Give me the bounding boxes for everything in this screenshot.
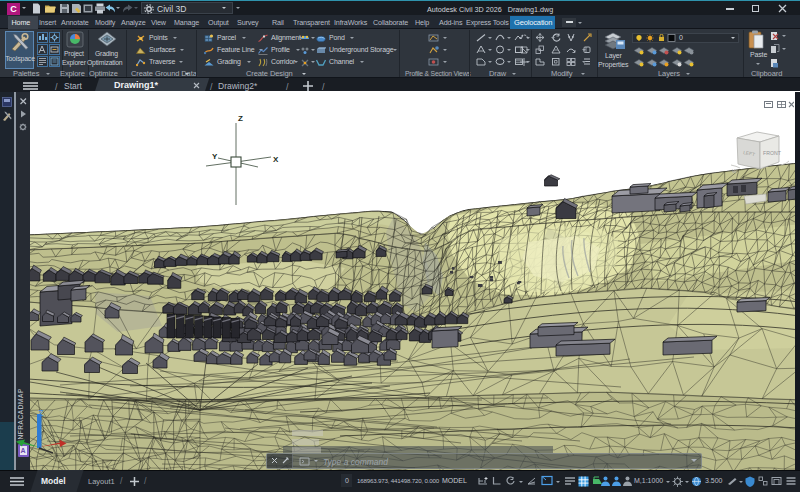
svg-text:X: X — [273, 155, 279, 164]
svg-text:Y: Y — [212, 152, 218, 161]
svg-text:Z: Z — [238, 114, 243, 123]
svg-text:FRONT: FRONT — [763, 150, 782, 156]
svg-text:W: W — [732, 168, 738, 174]
